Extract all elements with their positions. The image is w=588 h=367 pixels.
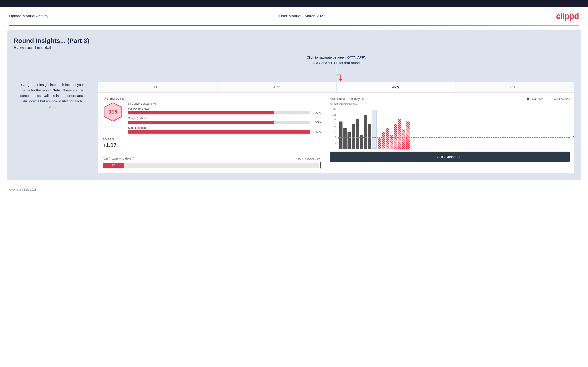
bar-2 <box>343 128 346 149</box>
copyright: Copyright Clippd 2021 <box>9 188 36 191</box>
legend-up-down: Up & Down <box>527 98 543 100</box>
page-subtitle: Every round in detail <box>14 45 574 50</box>
top-bar <box>0 0 588 7</box>
right-area: Click to navigate between 'OTT', 'APP','… <box>98 55 574 173</box>
logo: clippd <box>556 11 579 21</box>
proximity-label: Avg Proximity to Hole (ft) <box>103 157 136 160</box>
center-label: User Manual - March 2022 <box>279 14 325 18</box>
svg-marker-3 <box>339 79 342 82</box>
bar-p4 <box>390 135 393 149</box>
arg-dashboard-button[interactable]: ARG Dashboard <box>330 152 570 162</box>
arrow-icon <box>329 66 343 82</box>
bar-1 <box>339 122 343 149</box>
proximity-fill: 77' <box>103 163 124 168</box>
upload-label[interactable]: Upload Manual Activity <box>9 14 48 18</box>
instruction-box: Get greater insight into each facet of y… <box>14 82 91 109</box>
bar-p6 <box>398 119 401 149</box>
annotation-text: Click to navigate between 'OTT', 'APP','… <box>307 55 366 66</box>
bar-p8 <box>406 122 410 149</box>
legend-round-avg-label: Round Average <box>553 98 570 100</box>
left-panel: Get greater insight into each facet of y… <box>14 55 91 173</box>
proximity-value: 77' <box>112 164 115 167</box>
tab-arg[interactable]: ARG <box>336 82 455 92</box>
chart-wrapper: 30 25 20 15 10 5 0 <box>330 108 570 149</box>
bar-8 <box>368 124 371 149</box>
pga-label: ↑ PGA Tour Avg: 7'10" <box>296 157 320 160</box>
bar-p7 <box>402 129 406 149</box>
conversion-label: 6ft Conversion Zone % <box>128 102 321 105</box>
bar-p1 <box>378 138 381 149</box>
main-card: OTT APP ARG PUTT ARG Shot Quality <box>98 82 574 173</box>
proximity-cursor <box>320 162 320 168</box>
bar-p5 <box>394 124 397 149</box>
legend-round-avg: Round Average <box>546 98 570 100</box>
shot-row-2: Rough (5 shots) 80% <box>128 117 321 124</box>
shot-row-1: Fairway (5 shots) 80% <box>128 107 321 114</box>
hex-score: 115 <box>103 102 123 122</box>
hex-score-value: 115 <box>109 109 117 115</box>
proximity-area: Avg Proximity to Hole (ft) ↑ PGA Tour Av… <box>103 153 320 168</box>
sg-area: SG ARG +1.17 <box>103 138 320 148</box>
tabs: OTT APP ARG PUTT <box>98 82 574 92</box>
tab-putt[interactable]: PUTT <box>455 82 574 92</box>
main-content: Round Insights... (Part 3) Every round i… <box>7 30 581 180</box>
note-label: Note: <box>52 88 61 92</box>
left-section: ARG Shot Quality 115 6ft C <box>98 92 325 173</box>
bar-7 <box>364 115 367 149</box>
legend-up-down-label: Up & Down <box>530 98 543 100</box>
shot-row-3: Sand (1 shots) 100% <box>128 126 321 133</box>
sg-label: SG ARG <box>103 138 320 141</box>
bar-4 <box>352 124 355 149</box>
proximity-bar: 77' <box>103 163 319 168</box>
footer: Copyright Clippd 2021 <box>0 184 588 195</box>
bar-p2 <box>382 132 385 149</box>
right-section: ARG Shots - Proximity (ft) Up & Down Rou… <box>325 92 574 173</box>
bar-5 <box>356 119 359 149</box>
shot-quality-label: ARG Shot Quality <box>103 97 124 100</box>
tab-ott[interactable]: OTT <box>98 82 217 92</box>
chart-title: ARG Shots - Proximity (ft) <box>330 97 364 100</box>
content-layout: Get greater insight into each facet of y… <box>14 55 574 173</box>
legend-conversion: 6 ft conversion zone <box>330 102 357 106</box>
page-title: Round Insights... (Part 3) <box>14 37 574 44</box>
header: Upload Manual Activity User Manual - Mar… <box>0 7 588 25</box>
card-body: ARG Shot Quality 115 6ft C <box>98 92 574 173</box>
bar-p3 <box>386 128 389 149</box>
sg-value: +1.17 <box>103 142 320 148</box>
legend-conversion-label: 6 ft conversion zone <box>334 103 357 105</box>
bar-tall <box>372 110 377 149</box>
tab-app[interactable]: APP <box>217 82 336 92</box>
bar-3 <box>347 132 351 149</box>
header-divider <box>9 25 579 26</box>
bar-6 <box>360 135 363 149</box>
